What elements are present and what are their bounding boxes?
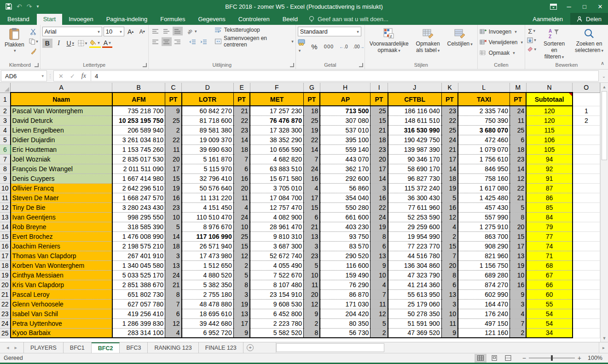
cell-L8[interactable]: 846 950 bbox=[458, 164, 510, 173]
column-header-F[interactable]: F bbox=[250, 83, 303, 92]
cell-N16[interactable]: 74 bbox=[526, 241, 573, 251]
cell-C25[interactable]: 4 bbox=[165, 328, 182, 338]
cell-E18[interactable]: 2 bbox=[233, 260, 250, 270]
cell-O5[interactable] bbox=[573, 135, 600, 144]
cell-E21[interactable]: 3 bbox=[233, 289, 250, 299]
row-header-3[interactable]: 3 bbox=[0, 116, 11, 125]
row-header-12[interactable]: 12 bbox=[0, 202, 11, 212]
cell-D23[interactable]: 18 695 610 bbox=[182, 309, 234, 318]
cell-N9[interactable]: 91 bbox=[526, 173, 573, 183]
cell-A22[interactable]: Glenn Verhoosele bbox=[11, 299, 112, 309]
cell-C3[interactable]: 25 bbox=[165, 116, 182, 125]
number-dialog-launcher[interactable] bbox=[359, 63, 363, 67]
cell-H3[interactable]: 307 080 bbox=[320, 116, 370, 125]
cell-J5[interactable]: 190 429 750 bbox=[388, 135, 442, 144]
font-dialog-launcher[interactable] bbox=[143, 63, 147, 67]
cell-J17[interactable]: 44 516 780 bbox=[388, 251, 442, 260]
cell-G15[interactable]: 13 bbox=[304, 231, 320, 241]
cell-A6[interactable]: Eric Houtteman bbox=[11, 144, 112, 154]
cell-K8[interactable]: 14 bbox=[441, 164, 458, 173]
cell-K22[interactable]: 3 bbox=[441, 299, 458, 309]
cell-C9[interactable]: 15 bbox=[165, 173, 182, 183]
close-button[interactable]: ✕ bbox=[592, 0, 608, 13]
customize-qat-icon[interactable]: ▾ bbox=[36, 4, 39, 9]
cell-A12[interactable]: Tiny De Bie bbox=[11, 202, 112, 212]
cell-G20[interactable]: 11 bbox=[304, 280, 320, 289]
name-box[interactable]: AD6▾ bbox=[1, 70, 47, 81]
cell-L7[interactable]: 1 756 610 bbox=[458, 154, 510, 164]
cell-A23[interactable]: Isabel Van Schil bbox=[11, 309, 112, 318]
cell-C23[interactable]: 6 bbox=[165, 309, 182, 318]
cell-C18[interactable]: 13 bbox=[165, 260, 182, 270]
maximize-button[interactable]: □ bbox=[577, 0, 592, 13]
cell-I3[interactable]: 15 bbox=[371, 116, 388, 125]
cell-I22[interactable]: 11 bbox=[371, 299, 388, 309]
cell-K16[interactable]: 15 bbox=[441, 241, 458, 251]
column-header-M[interactable]: M bbox=[510, 83, 526, 92]
cell-H6[interactable]: 559 140 bbox=[320, 144, 370, 154]
cell-H11[interactable]: 354 040 bbox=[320, 193, 370, 202]
cell-B24[interactable]: 1 286 399 830 bbox=[112, 318, 165, 328]
cell-F10[interactable]: 3 705 010 bbox=[250, 183, 303, 193]
cell-F14[interactable]: 28 961 470 bbox=[250, 222, 303, 231]
cell-B9[interactable]: 1 667 414 980 bbox=[112, 173, 165, 183]
cell-L13[interactable]: 557 990 bbox=[458, 212, 510, 222]
cell-F24[interactable]: 2 223 780 bbox=[250, 318, 303, 328]
cell-L16[interactable]: 908 290 bbox=[458, 241, 510, 251]
cell-E24[interactable]: 17 bbox=[233, 318, 250, 328]
cell-D11[interactable]: 11 131 220 bbox=[182, 193, 234, 202]
cell-G9[interactable]: 16 bbox=[304, 173, 320, 183]
alignment-dialog-launcher[interactable] bbox=[290, 63, 294, 67]
cell-A14[interactable]: Rob Breyne bbox=[11, 222, 112, 231]
scroll-down-icon[interactable]: ▼ bbox=[601, 334, 608, 342]
cell-N23[interactable]: 54 bbox=[526, 309, 573, 318]
cell-C14[interactable]: 5 bbox=[165, 222, 182, 231]
cell-O15[interactable] bbox=[573, 231, 600, 241]
cell-G7[interactable]: 7 bbox=[304, 154, 320, 164]
cell-N19[interactable]: 67 bbox=[526, 270, 573, 280]
cell-B23[interactable]: 419 256 410 bbox=[112, 309, 165, 318]
cell-G17[interactable]: 23 bbox=[304, 251, 320, 260]
cell-F4[interactable]: 17 328 300 bbox=[250, 125, 303, 135]
cell-N21[interactable]: 60 bbox=[526, 289, 573, 299]
cell-D21[interactable]: 2 755 180 bbox=[182, 289, 234, 299]
paste-button[interactable]: Plakken bbox=[2, 27, 27, 54]
cell-B10[interactable]: 2 642 296 510 bbox=[112, 183, 165, 193]
clipboard-dialog-launcher[interactable] bbox=[35, 63, 39, 67]
cell-M23[interactable]: 4 bbox=[510, 309, 526, 318]
cell-A3[interactable]: David Deturck bbox=[11, 116, 112, 125]
header-cell-K1[interactable]: PT bbox=[441, 92, 458, 106]
autosum-icon[interactable]: Σ bbox=[527, 27, 536, 35]
cell-J23[interactable]: 50 278 350 bbox=[388, 309, 442, 318]
cell-G2[interactable]: 18 bbox=[304, 106, 320, 116]
font-color-icon[interactable]: A bbox=[102, 39, 112, 48]
cell-O13[interactable] bbox=[573, 212, 600, 222]
cell-L4[interactable]: 3 680 070 bbox=[458, 125, 510, 135]
cell-O20[interactable] bbox=[573, 280, 600, 289]
cell-N20[interactable]: 66 bbox=[526, 280, 573, 289]
cell-N15[interactable]: 77 bbox=[526, 231, 573, 241]
row-header-8[interactable]: 8 bbox=[0, 164, 11, 173]
cell-I19[interactable]: 10 bbox=[371, 270, 388, 280]
cell-J8[interactable]: 58 690 170 bbox=[388, 164, 442, 173]
header-cell-A1[interactable]: Naam bbox=[11, 92, 112, 106]
cell-H4[interactable]: 537 010 bbox=[320, 125, 370, 135]
row-header-11[interactable]: 11 bbox=[0, 193, 11, 202]
expand-formula-bar-icon[interactable]: ⌄ bbox=[600, 69, 608, 82]
cell-A7[interactable]: Joël Wozniak bbox=[11, 154, 112, 164]
format-cells-button[interactable]: Opmaak bbox=[480, 48, 523, 58]
file-tab[interactable]: Bestand bbox=[0, 14, 37, 25]
scroll-right-icon[interactable]: ▸ bbox=[599, 342, 608, 353]
cell-O8[interactable] bbox=[573, 164, 600, 173]
fill-color-icon[interactable] bbox=[89, 39, 101, 48]
cell-I2[interactable]: 25 bbox=[371, 106, 388, 116]
cell-J11[interactable]: 36 300 430 bbox=[388, 193, 442, 202]
column-header-O[interactable]: O bbox=[573, 83, 600, 92]
cell-N25[interactable]: 34 bbox=[526, 328, 573, 338]
cell-G24[interactable]: 2 bbox=[304, 318, 320, 328]
cell-G4[interactable]: 19 bbox=[304, 125, 320, 135]
cell-B4[interactable]: 206 589 940 bbox=[112, 125, 165, 135]
align-left-icon[interactable] bbox=[151, 37, 161, 46]
cell-D18[interactable]: 1 512 650 bbox=[182, 260, 234, 270]
cell-M18[interactable]: 19 bbox=[510, 260, 526, 270]
